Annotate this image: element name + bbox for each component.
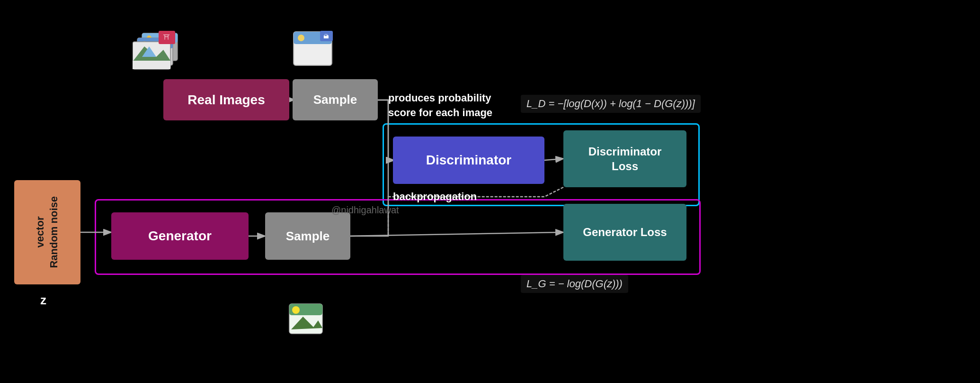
watermark-text: @nidhigahlawat	[331, 205, 399, 216]
image-icon-stack: ⛩	[133, 28, 189, 78]
discriminator-node: Discriminator	[393, 137, 544, 184]
svg-text:⛩: ⛩	[163, 34, 170, 41]
real-images-node: Real Images	[163, 79, 289, 120]
sample-top-label: Sample	[313, 92, 357, 107]
produces-text: produces probabilityscore for each image	[388, 91, 492, 120]
z-label: z	[40, 293, 46, 308]
image-icon-bottom	[289, 303, 323, 341]
svg-point-30	[292, 306, 300, 314]
image-icon-single-top: 🏔	[293, 31, 333, 73]
generator-label: Generator	[148, 228, 212, 244]
generator-node: Generator	[111, 212, 249, 260]
random-noise-label: Random noisevector	[34, 196, 61, 268]
random-noise-node: Random noisevector	[14, 180, 80, 284]
svg-line-25	[544, 159, 562, 160]
formula-generator: L_G = − log(D(G(z)))	[521, 275, 628, 293]
gen-loss-node: Generator Loss	[563, 204, 686, 261]
discriminator-label: Discriminator	[426, 153, 512, 168]
diagram-container: ⛩ 🏔	[0, 0, 980, 383]
gen-loss-label: Generator Loss	[583, 225, 667, 239]
svg-line-26	[350, 232, 562, 236]
sample-bottom-label: Sample	[286, 229, 330, 244]
svg-text:🏔: 🏔	[323, 33, 329, 40]
formula-discriminator: L_D = −[log(D(x)) + log(1 − D(G(z)))]	[521, 95, 701, 113]
backprop-text: backpropagation	[393, 191, 477, 203]
real-images-label: Real Images	[187, 92, 265, 108]
sample-top-node: Sample	[293, 79, 378, 120]
sample-bottom-node: Sample	[265, 212, 350, 260]
disc-loss-node: DiscriminatorLoss	[563, 130, 686, 187]
svg-rect-9	[133, 61, 170, 69]
disc-loss-label: DiscriminatorLoss	[588, 144, 662, 173]
svg-point-14	[298, 35, 304, 41]
